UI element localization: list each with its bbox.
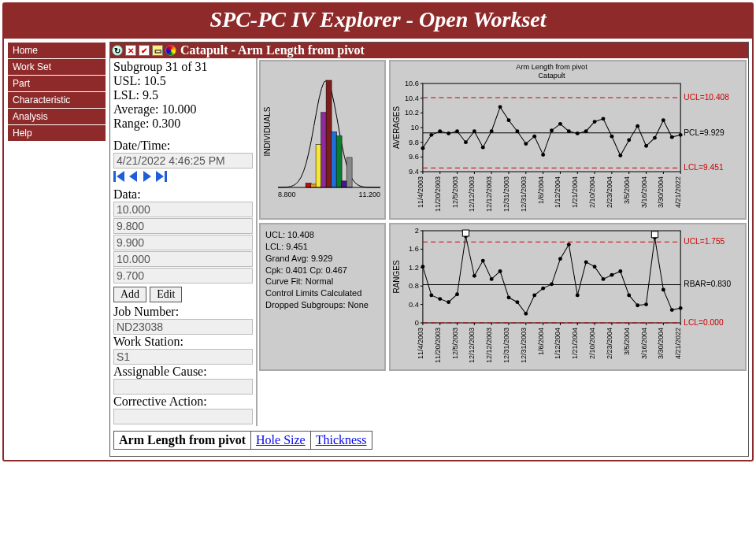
cause-field[interactable]	[113, 379, 253, 395]
svg-point-47	[447, 132, 450, 135]
svg-text:9.6: 9.6	[409, 153, 419, 161]
stats-cell: UCL: 10.408LCL: 9.451Grand Avg: 9.929Cpk…	[259, 223, 386, 371]
panel-header: ↻ ✕ ✔ ▭ Catapult - Arm Length from pivot	[110, 43, 748, 58]
tab-thickness[interactable]: Thickness	[310, 432, 372, 450]
tab-strip: Arm Length from pivotHole SizeThickness	[110, 426, 748, 456]
svg-point-45	[429, 133, 433, 137]
ws-field[interactable]	[113, 349, 253, 365]
check-icon[interactable]: ✔	[139, 45, 150, 56]
svg-rect-11	[321, 113, 327, 187]
datetime-field[interactable]	[113, 153, 253, 169]
data-value-1[interactable]	[113, 218, 253, 234]
stat-line: Grand Avg: 9.929	[265, 253, 380, 265]
ws-label: Work Station:	[113, 335, 253, 349]
svg-text:11/20/2003: 11/20/2003	[434, 176, 442, 212]
svg-point-61	[567, 129, 571, 133]
svg-point-127	[421, 265, 424, 269]
svg-point-152	[627, 294, 631, 298]
svg-text:11/4/2003: 11/4/2003	[417, 328, 424, 359]
svg-text:UCL=1.755: UCL=1.755	[684, 237, 724, 246]
svg-text:3/5/2004: 3/5/2004	[623, 328, 631, 355]
ranges-chart: RANGES00.40.81.21.62UCL=1.755RBAR=0.830L…	[389, 223, 747, 371]
svg-point-55	[515, 129, 519, 133]
svg-point-54	[507, 118, 511, 122]
svg-point-46	[438, 129, 442, 133]
data-value-2[interactable]	[113, 235, 253, 250]
svg-point-66	[610, 135, 613, 139]
svg-point-157	[662, 287, 665, 291]
lsl-line: LSL: 9.5	[113, 88, 253, 102]
svg-point-136	[490, 277, 494, 281]
wheel-icon[interactable]	[165, 45, 176, 56]
svg-point-154	[644, 302, 648, 306]
svg-text:0.4: 0.4	[409, 301, 419, 309]
svg-point-139	[515, 300, 519, 304]
svg-point-151	[618, 269, 622, 273]
nav-first-icon[interactable]	[113, 171, 124, 182]
svg-text:AVERAGES: AVERAGES	[392, 106, 401, 150]
sidebar-item-help[interactable]: Help	[8, 125, 106, 142]
svg-text:RBAR=0.830: RBAR=0.830	[684, 280, 731, 289]
tab-arm-length-from-pivot[interactable]: Arm Length from pivot	[114, 432, 251, 450]
svg-point-146	[576, 294, 580, 298]
add-button[interactable]: Add	[113, 287, 146, 302]
data-value-3[interactable]	[113, 251, 253, 267]
svg-text:1/21/2004: 1/21/2004	[571, 328, 579, 359]
sidebar-item-home[interactable]: Home	[8, 43, 106, 59]
cause-label: Assignable Cause:	[113, 365, 253, 379]
svg-text:12/12/2003: 12/12/2003	[485, 176, 493, 212]
svg-point-74	[679, 133, 683, 137]
svg-text:10.6: 10.6	[405, 80, 419, 87]
svg-rect-8	[306, 183, 311, 187]
svg-text:9.4: 9.4	[409, 168, 419, 176]
avg-line: Average: 10.000	[113, 102, 253, 117]
stat-line: Control Limits Calculated	[265, 287, 380, 299]
svg-point-137	[498, 269, 502, 273]
svg-text:LCL=9.451: LCL=9.451	[684, 163, 724, 172]
svg-marker-1	[117, 171, 124, 182]
nav-last-icon[interactable]	[156, 171, 167, 182]
sidebar-item-characteristic[interactable]: Characteristic	[8, 92, 106, 109]
svg-point-158	[670, 308, 674, 312]
tab-hole-size[interactable]: Hole Size	[251, 432, 311, 450]
svg-point-149	[602, 277, 606, 281]
sidebar-item-part[interactable]: Part	[8, 76, 106, 92]
expand-icon[interactable]: ✕	[125, 45, 136, 56]
data-value-0[interactable]	[113, 202, 253, 217]
svg-text:INDIVIDUALS: INDIVIDUALS	[263, 106, 272, 156]
svg-point-64	[593, 120, 597, 124]
svg-text:1/21/2004: 1/21/2004	[571, 176, 579, 208]
nav-next-icon[interactable]	[143, 171, 151, 182]
svg-point-52	[490, 129, 494, 133]
svg-point-67	[618, 154, 622, 157]
job-label: Job Number:	[113, 305, 253, 319]
record-nav	[113, 170, 253, 186]
svg-text:10.2: 10.2	[405, 109, 419, 117]
svg-point-73	[670, 135, 674, 139]
svg-text:2/23/2004: 2/23/2004	[606, 176, 613, 208]
svg-point-130	[447, 300, 450, 304]
svg-point-145	[567, 243, 571, 246]
svg-text:10.4: 10.4	[405, 94, 419, 102]
refresh-icon[interactable]: ↻	[112, 45, 123, 56]
svg-text:11.200: 11.200	[358, 191, 380, 198]
svg-point-143	[550, 282, 554, 286]
svg-rect-12	[326, 80, 332, 187]
svg-text:3/30/2004: 3/30/2004	[657, 176, 665, 208]
nav-prev-icon[interactable]	[129, 171, 137, 182]
svg-point-69	[636, 124, 639, 128]
svg-text:1/12/2004: 1/12/2004	[554, 328, 561, 359]
svg-text:3/30/2004: 3/30/2004	[657, 328, 665, 359]
note-icon[interactable]: ▭	[152, 45, 163, 56]
svg-text:8.800: 8.800	[278, 191, 296, 198]
edit-button[interactable]: Edit	[150, 287, 182, 302]
panel-title: Catapult - Arm Length from pivot	[180, 43, 365, 57]
averages-chart: Arm Length from pivotCatapultAVERAGES9.4…	[389, 60, 747, 220]
data-value-4[interactable]	[113, 268, 253, 283]
svg-text:11/4/2003: 11/4/2003	[417, 176, 424, 208]
sidebar-item-analysis[interactable]: Analysis	[8, 109, 106, 125]
action-field[interactable]	[113, 409, 253, 424]
job-field[interactable]	[113, 319, 253, 335]
sidebar-item-work-set[interactable]: Work Set	[8, 59, 106, 76]
histogram-cell: INDIVIDUALS8.80011.200	[259, 60, 386, 220]
